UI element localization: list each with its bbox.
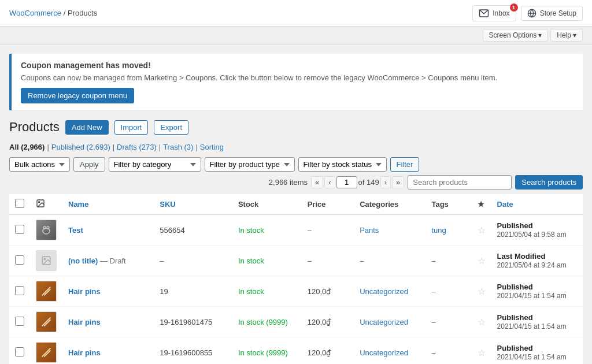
row-checkbox-cell [9,276,30,307]
star-button[interactable]: ☆ [478,255,486,266]
row-tag-link[interactable]: tung [431,226,446,235]
search-products-button[interactable]: Search products [515,175,583,190]
top-bar: WooCommerce / Products 1 Inbox Store Set… [0,0,592,27]
apply-button[interactable]: Apply [73,157,105,172]
row-category-link[interactable]: Uncategorized [360,287,408,296]
bulk-actions-select[interactable]: Bulk actions [9,157,70,172]
row-price-value: 120,0₫ [308,318,331,326]
svg-point-6 [43,226,46,229]
search-input[interactable] [408,175,512,190]
product-name-link[interactable]: (no title) [68,257,98,265]
row-name-cell: Hair pins [62,337,154,365]
product-name-link[interactable]: Hair pins [68,318,101,326]
date-column-header[interactable]: Date [491,194,583,215]
row-image-cell [30,215,62,246]
star-button[interactable]: ☆ [478,286,486,297]
tags-column-header: Tags [426,194,471,215]
filter-by-product-type-select[interactable]: Filter by product type [205,157,295,172]
row-name-cell: (no title) — Draft [62,246,154,276]
row-checkbox-cell [9,307,30,337]
last-page-button[interactable]: » [392,176,404,188]
select-all-header[interactable] [9,194,30,215]
row-image-cell [30,307,62,337]
sku-column-header[interactable]: SKU [154,194,232,215]
import-button[interactable]: Import [114,120,149,135]
row-checkbox[interactable] [15,286,24,295]
product-thumbnail-placeholder [36,250,57,271]
row-tags-cell: – [426,337,471,365]
row-date-cell: Published2021/04/15 at 1:54 am [491,307,583,337]
screen-options-button[interactable]: Screen Options ▾ [483,29,549,42]
row-checkbox[interactable] [15,255,24,265]
filter-by-stock-status-select[interactable]: Filter by stock status [298,157,387,172]
first-page-button[interactable]: « [311,176,323,188]
notice-title: Coupon management has moved! [21,61,574,70]
row-star-cell: ☆ [472,215,491,246]
row-price-cell: 120,0₫ [302,337,354,365]
star-button[interactable]: ☆ [478,317,486,328]
page-number-input[interactable] [336,176,357,188]
filter-tab-sorting[interactable]: Sorting [200,143,224,151]
row-checkbox[interactable] [15,317,24,326]
product-name-link[interactable]: Hair pins [68,287,101,296]
star-column-header: ★ [472,194,491,215]
row-stock-value: In stock [238,257,264,265]
remove-coupon-menu-button[interactable]: Remove legacy coupon menu [21,88,134,103]
screen-options-arrow: ▾ [538,31,542,39]
row-checkbox[interactable] [15,347,24,356]
row-date-value: 2021/04/15 at 1:54 am [497,353,567,361]
row-date-value: 2021/04/15 at 1:54 am [497,292,567,300]
store-setup-label: Store Setup [540,9,576,17]
row-sku-cell: – [154,246,232,276]
filter-button[interactable]: Filter [390,157,420,172]
row-checkbox[interactable] [15,225,24,234]
filter-tab-all[interactable]: All (2,966) [9,143,45,151]
row-date-status: Published [497,313,577,322]
table-row: Test556654In stock–Pantstung☆Published20… [9,215,583,246]
row-star-cell: ☆ [472,276,491,307]
row-name-cell: Hair pins [62,276,154,307]
row-categories-cell: Uncategorized [354,307,426,337]
woocommerce-link[interactable]: WooCommerce [9,9,61,17]
page-total: of 149 [358,178,379,187]
filter-tab-drafts[interactable]: Drafts (273) [117,143,157,151]
select-all-checkbox[interactable] [15,199,24,208]
row-date-cell: Last Modified2021/05/04 at 9:24 am [491,246,583,276]
row-sku-cell: 19 [154,276,232,307]
row-image-cell [30,276,62,307]
row-price-value: 120,0₫ [308,287,331,296]
star-button[interactable]: ☆ [478,347,486,358]
help-button[interactable]: Help ▾ [550,29,583,42]
next-page-button[interactable]: › [380,176,391,188]
products-table: Name SKU Stock Price Categories Tags ★ D… [9,194,583,364]
row-stock-value: In stock (9999) [238,318,288,326]
toolbar: Bulk actions Apply Filter by category Fi… [9,157,583,190]
svg-point-9 [44,258,45,259]
row-category-link[interactable]: Pants [360,226,379,235]
star-button[interactable]: ☆ [478,225,486,236]
row-category-link[interactable]: Uncategorized [360,348,408,357]
filter-tab-trash[interactable]: Trash (3) [163,143,193,151]
row-sku-cell: 19-1619600855 [154,337,232,365]
items-count: 2,966 items [269,178,308,187]
image-icon [36,199,45,208]
top-bar-right: 1 Inbox Store Setup [472,5,583,21]
add-new-button[interactable]: Add New [65,120,109,135]
filter-tab-published[interactable]: Published (2,693) [51,143,110,151]
name-column-header[interactable]: Name [62,194,154,215]
product-name-link[interactable]: Hair pins [68,348,101,357]
inbox-badge: 1 [510,3,518,12]
row-category-link[interactable]: Uncategorized [360,318,408,326]
store-setup-button[interactable]: Store Setup [521,6,583,21]
row-date-status: Published [497,344,577,352]
row-date-cell: Published2021/05/04 at 9:58 am [491,215,583,246]
svg-line-10 [42,287,51,296]
notice-text: Coupons can now be managed from Marketin… [21,73,574,82]
product-name-link[interactable]: Test [68,226,83,235]
export-button[interactable]: Export [154,120,188,135]
filter-by-category-select[interactable]: Filter by category [109,157,201,172]
stock-column-header: Stock [232,194,302,215]
svg-line-14 [42,348,51,357]
inbox-button[interactable]: 1 Inbox [472,5,516,21]
prev-page-button[interactable]: ‹ [324,176,335,188]
